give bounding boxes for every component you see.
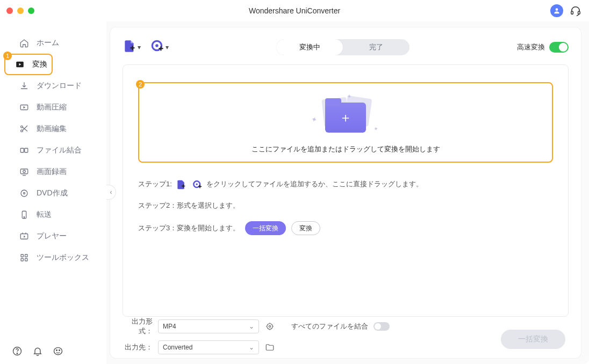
svg-rect-17: [25, 254, 28, 257]
svg-rect-9: [20, 169, 28, 174]
support-headset-icon[interactable]: [570, 5, 581, 17]
sidebar-item-toolbox[interactable]: ツールボックス: [6, 247, 100, 268]
svg-point-0: [556, 8, 558, 11]
chevron-left-icon: ‹: [110, 188, 112, 196]
sidebar-item-compress[interactable]: 動画圧縮: [6, 97, 100, 118]
chevron-down-icon: ▾: [138, 43, 141, 51]
dropzone[interactable]: 2 ✦ ✦ ✦ ＋ ここにファイルを追加またはドラッグして変換を開始します: [138, 82, 553, 163]
svg-point-22: [54, 347, 62, 354]
step-1-text: ステップ1: をクリックしてファイルを追加するか、ここに直接ドラッグします。: [138, 178, 553, 190]
sidebar-item-record[interactable]: 画面録画: [6, 161, 100, 183]
svg-rect-32: [183, 184, 184, 188]
sidebar-item-label: DVD作成: [37, 188, 68, 198]
batch-convert-pill-button[interactable]: 一括変換: [245, 221, 286, 235]
sidebar-item-label: 画面録画: [37, 167, 67, 177]
add-disc-icon: [150, 39, 164, 55]
merge-icon: [19, 145, 29, 155]
sidebar-item-label: 動画編集: [37, 124, 67, 134]
svg-rect-36: [199, 185, 200, 188]
step-3-text: ステップ3：変換を開始します。: [138, 223, 240, 233]
convert-pill-button[interactable]: 変換: [291, 221, 320, 235]
output-format-label: 出力形式：: [123, 317, 153, 336]
convert-icon: [15, 60, 25, 69]
sidebar: ホーム 1 変換 ダウンロード 動画圧縮 動画編集 ファイル結合: [0, 21, 106, 364]
svg-rect-26: [132, 46, 133, 50]
svg-point-37: [267, 324, 273, 330]
sidebar-item-home[interactable]: ホーム: [6, 32, 100, 54]
record-icon: [19, 167, 29, 177]
merge-all-label: すべてのファイルを結合: [291, 322, 368, 331]
output-dest-value: Converted: [163, 344, 192, 351]
badge-1: 1: [3, 52, 12, 60]
svg-rect-18: [21, 259, 24, 261]
download-icon: [19, 81, 29, 91]
sidebar-item-label: ツールボックス: [37, 253, 89, 263]
minimize-window-button[interactable]: [17, 8, 24, 14]
svg-rect-2: [578, 11, 580, 14]
maximize-window-button[interactable]: [28, 8, 34, 14]
format-settings-gear-icon[interactable]: [264, 321, 275, 332]
content-area: 2 ✦ ✦ ✦ ＋ ここにファイルを追加またはドラッグして変換を開始します ステ…: [123, 64, 569, 317]
svg-point-24: [59, 350, 60, 351]
sidebar-item-label: 変換: [32, 60, 47, 69]
highspeed-toggle[interactable]: [549, 42, 569, 53]
phone-icon: [19, 210, 29, 220]
dropzone-text: ここにファイルを追加またはドラッグして変換を開始します: [252, 144, 440, 154]
output-dest-select[interactable]: Converted ⌄: [158, 340, 259, 354]
svg-rect-1: [571, 11, 573, 14]
titlebar: Wondershare UniConverter: [0, 0, 589, 21]
highspeed-label: 高速変換: [517, 42, 545, 52]
bottom-bar: 出力形式： MP4 ⌄ すべてのファイルを結合: [123, 317, 569, 351]
sidebar-item-label: プレヤー: [37, 231, 67, 241]
help-icon[interactable]: [12, 346, 23, 356]
add-folder-illustration-icon: ✦ ✦ ✦ ＋: [319, 97, 372, 135]
badge-2: 2: [136, 80, 145, 89]
main-panel: ▾ ▾ 変換中 完了 高速変換: [110, 27, 581, 359]
sidebar-item-label: 動画圧縮: [37, 103, 67, 112]
svg-point-28: [155, 44, 158, 47]
app-title: Wondershare UniConverter: [0, 6, 589, 15]
chevron-down-icon: ⌄: [249, 344, 254, 351]
sidebar-item-download[interactable]: ダウンロード: [6, 75, 100, 97]
sidebar-item-edit[interactable]: 動画編集: [6, 118, 100, 140]
feedback-face-icon[interactable]: [53, 346, 63, 356]
svg-point-11: [21, 190, 27, 196]
sidebar-item-label: ホーム: [37, 38, 59, 48]
tab-done[interactable]: 完了: [343, 39, 410, 55]
sidebar-item-label: 転送: [37, 210, 52, 220]
add-disc-button[interactable]: ▾: [150, 39, 169, 55]
sidebar-item-merge[interactable]: ファイル結合: [6, 140, 100, 161]
scissors-icon: [19, 124, 29, 134]
sidebar-item-label: ダウンロード: [37, 81, 82, 91]
compress-icon: [19, 103, 29, 112]
sidebar-item-label: ファイル結合: [37, 145, 82, 155]
close-window-button[interactable]: [6, 8, 13, 14]
batch-convert-button-disabled: 一括変換: [501, 330, 565, 349]
svg-point-10: [23, 170, 26, 173]
status-tabs: 変換中 完了: [276, 39, 410, 55]
sidebar-item-convert[interactable]: 1 変換: [4, 54, 53, 75]
chevron-down-icon: ⌄: [249, 323, 254, 330]
svg-rect-8: [25, 148, 28, 152]
account-avatar-button[interactable]: [550, 4, 563, 17]
add-file-inline-icon: [174, 178, 188, 190]
svg-rect-16: [21, 254, 24, 257]
sidebar-item-player[interactable]: プレヤー: [6, 225, 100, 247]
svg-rect-7: [20, 148, 24, 152]
sidebar-item-dvd[interactable]: DVD作成: [6, 183, 100, 204]
tab-converting[interactable]: 変換中: [276, 39, 343, 55]
merge-all-toggle[interactable]: [373, 322, 390, 331]
sidebar-item-transfer[interactable]: 転送: [6, 204, 100, 225]
bell-icon[interactable]: [32, 346, 43, 356]
svg-point-38: [269, 325, 270, 327]
open-folder-icon[interactable]: [264, 342, 275, 353]
player-icon: [19, 231, 29, 241]
chevron-down-icon: ▾: [166, 43, 169, 51]
output-format-select[interactable]: MP4 ⌄: [158, 319, 259, 333]
add-file-button[interactable]: ▾: [123, 39, 141, 55]
add-disc-inline-icon: [190, 178, 204, 190]
output-format-value: MP4: [163, 323, 176, 330]
svg-point-12: [24, 193, 25, 194]
svg-point-21: [17, 353, 18, 354]
svg-point-23: [56, 350, 58, 351]
